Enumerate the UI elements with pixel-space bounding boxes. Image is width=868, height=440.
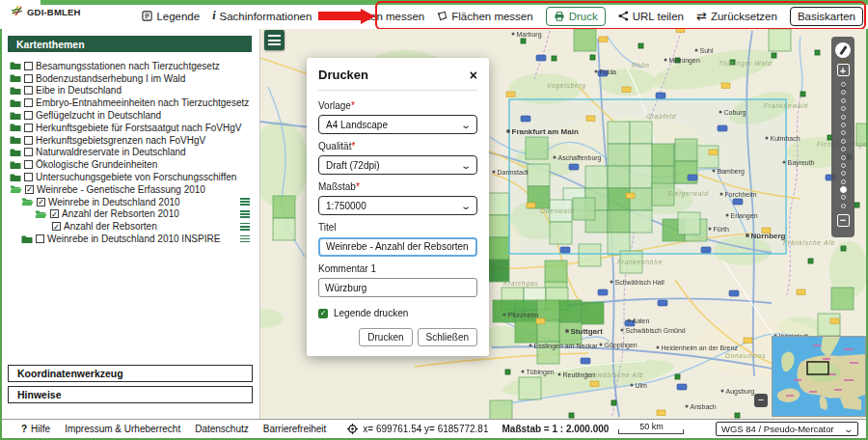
layer-label[interactable]: Anzahl der Rebsorten: [64, 221, 157, 232]
layer-checkbox[interactable]: ✓: [50, 209, 59, 218]
hilfe-link[interactable]: Hilfe: [31, 424, 50, 434]
layer-label[interactable]: Embryo-Entnahmeeinheiten nach Tierzuchtg…: [36, 97, 249, 108]
hinweise-button[interactable]: Hinweise: [8, 386, 253, 403]
folder-open-icon[interactable]: [21, 197, 34, 206]
layer-label[interactable]: Geflügelzucht in Deutschland: [36, 110, 161, 121]
city-dot: [595, 70, 598, 73]
layer-label[interactable]: Herkunftsgebietsgrenzen nach FoVHgV: [36, 135, 205, 146]
crs-select[interactable]: WGS 84 / Pseudo-Mercator ⌄: [716, 422, 858, 436]
layer-menu-icon[interactable]: [240, 210, 250, 218]
layer-label[interactable]: Ökologische Grundeinheiten: [36, 159, 157, 170]
layer-label[interactable]: Untersuchungsgebiete von Forschungsschif…: [36, 172, 236, 182]
titel-input[interactable]: [318, 237, 477, 257]
city-dot: [657, 346, 660, 349]
layer-label[interactable]: Herkunftsgebiete für Forstsaatgut nach F…: [36, 123, 241, 133]
layer-checkbox[interactable]: [24, 111, 33, 120]
layer-label[interactable]: Anzahl der Rebsorten 2010: [62, 208, 179, 219]
folder-open-icon[interactable]: [35, 209, 47, 219]
layer-menu-icon[interactable]: [240, 235, 250, 243]
layer-checkbox[interactable]: [24, 148, 33, 156]
motorway-shield: [598, 289, 608, 295]
scale-readout: Maßstab = 1 : 2.000.000: [502, 424, 609, 434]
strecken-messen-button[interactable]: Strecken messen: [324, 11, 424, 22]
sachinformationen-button[interactable]: iSachinformationen: [212, 9, 312, 23]
layer-menu-icon[interactable]: [240, 223, 250, 231]
overview-collapse-button[interactable]: −: [754, 394, 768, 407]
sidebar-header[interactable]: Kartenthemen: [8, 36, 252, 52]
schliessen-button[interactable]: Schließen: [418, 328, 477, 346]
zoom-level-tick: [841, 130, 846, 135]
data-square: [487, 237, 509, 260]
region-label: Frankenhöhe: [617, 259, 663, 265]
motorway-shield: [688, 175, 697, 180]
green-poi-marker: [841, 246, 846, 251]
koordinatenwerkzeug-button[interactable]: Koordinatenwerkzeug: [8, 365, 253, 382]
folder-closed-icon[interactable]: [10, 148, 21, 157]
layer-checkbox[interactable]: ✓: [37, 198, 45, 206]
zuruecksetzen-button[interactable]: ⇄Zurücksetzen: [696, 11, 777, 22]
flaechen-messen-label: Flächen messen: [451, 11, 532, 22]
zoom-in-button[interactable]: +: [837, 64, 850, 76]
layer-checkbox[interactable]: [24, 124, 33, 132]
impressum-link[interactable]: Impressum & Urheberrecht: [65, 424, 180, 434]
data-square: [574, 29, 596, 51]
layer-checkbox[interactable]: [24, 173, 33, 181]
layer-label[interactable]: Besamungsstationen nach Tierzuchtgesetz: [36, 61, 220, 71]
layer-checkbox[interactable]: [24, 74, 33, 83]
layer-checkbox[interactable]: [36, 234, 44, 243]
layer-label[interactable]: Naturwaldreservate in Deutschland: [36, 147, 186, 157]
folder-open-icon[interactable]: [10, 184, 22, 194]
url-teilen-button[interactable]: URL teilen: [618, 11, 684, 22]
layer-checkbox[interactable]: [24, 98, 33, 107]
layer-checkbox[interactable]: ✓: [25, 185, 34, 194]
folder-closed-icon[interactable]: [10, 61, 21, 70]
flaechen-messen-button[interactable]: Flächen messen: [437, 11, 532, 22]
layer-checkbox[interactable]: [24, 160, 33, 169]
folder-closed-icon[interactable]: [10, 86, 21, 96]
folder-closed-icon[interactable]: [10, 98, 21, 108]
reset-icon: ⇄: [696, 11, 707, 21]
folder-closed-icon[interactable]: [10, 160, 21, 170]
folder-closed-icon[interactable]: [10, 73, 21, 83]
layer-label[interactable]: Bodenzustandserhebung I im Wald: [36, 73, 185, 84]
crs-value: WGS 84 / Pseudo-Mercator: [721, 424, 834, 434]
legende-button[interactable]: Legende: [142, 11, 200, 22]
qualitaet-select[interactable]: Draft (72dpi)⌄: [318, 155, 477, 175]
layer-menu-icon[interactable]: [240, 198, 250, 206]
overview-map[interactable]: [772, 336, 866, 417]
road-shield: [744, 338, 752, 344]
layer-label[interactable]: Weinrebe - Genetische Erfassung 2010: [37, 184, 205, 195]
layer-label[interactable]: Eibe in Deutschland: [36, 85, 122, 96]
layer-checkbox[interactable]: [24, 86, 33, 95]
zoom-out-button[interactable]: −: [837, 214, 850, 227]
folder-closed-icon[interactable]: [10, 135, 21, 145]
dialog-close-icon[interactable]: ×: [470, 69, 477, 81]
layer-checkbox[interactable]: [24, 62, 33, 70]
zoom-slider[interactable]: [840, 82, 847, 208]
vorlage-select[interactable]: A4 Landscape⌄: [318, 115, 477, 134]
folder-closed-icon[interactable]: [10, 123, 21, 132]
layer-checkbox[interactable]: ✓: [52, 222, 61, 231]
zoom-level-tick: [841, 195, 846, 200]
layer-label[interactable]: Weinrebe in Deutschland 2010: [48, 197, 180, 207]
datenschutz-link[interactable]: Datenschutz: [195, 424, 249, 434]
kommentar-label: Kommentar 1: [318, 263, 477, 274]
zoom-slider-handle[interactable]: [840, 186, 847, 193]
sidebar-toggle-button[interactable]: [264, 30, 285, 50]
basiskarten-button[interactable]: Basiskarten: [790, 7, 863, 26]
barrierefreiheit-link[interactable]: Barrierefreiheit: [263, 424, 327, 434]
layer-label[interactable]: Weinrebe in Deutschland 2010 INSPIRE: [47, 234, 220, 244]
folder-closed-icon[interactable]: [10, 173, 21, 182]
city-dot: [746, 234, 749, 237]
kommentar-input[interactable]: [318, 278, 477, 297]
folder-closed-icon[interactable]: [10, 111, 21, 121]
drucken-button[interactable]: Drucken: [359, 328, 412, 346]
legende-drucken-checkbox[interactable]: ✓: [318, 309, 328, 318]
zoom-level-tick: [841, 147, 846, 151]
compass-icon[interactable]: [835, 42, 851, 58]
layer-checkbox[interactable]: [24, 136, 33, 145]
massstab-select[interactable]: 1:750000⌄: [318, 196, 477, 215]
green-poi-marker: [505, 370, 510, 374]
druck-button[interactable]: Druck: [546, 7, 606, 26]
folder-closed-icon[interactable]: [21, 234, 33, 244]
